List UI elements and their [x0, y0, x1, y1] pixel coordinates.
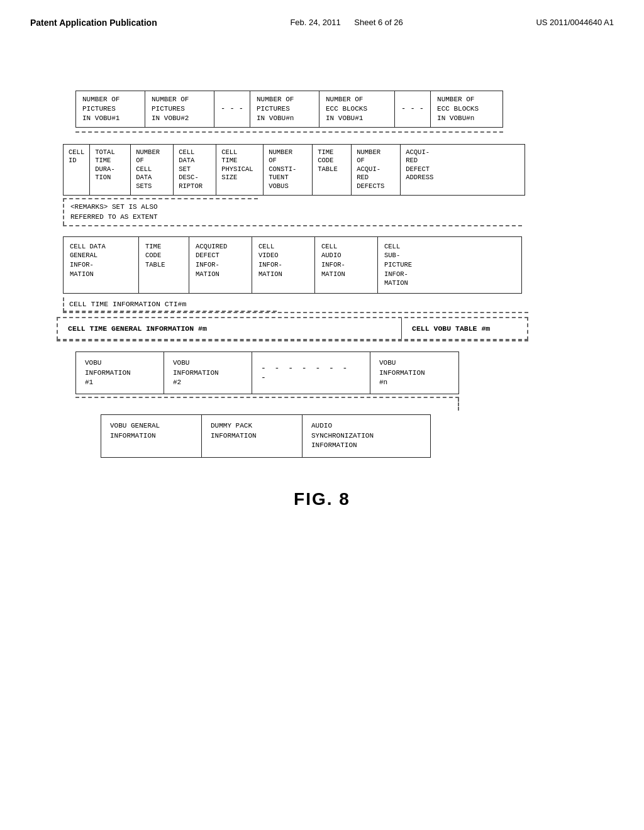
row1-dashes-1: - - - — [214, 91, 250, 127]
col-cell-data-set: CELLDATASETDESC-RIPTOR — [174, 145, 216, 195]
col-cell-id: CELLID — [64, 145, 90, 195]
dashed-line-2 — [63, 225, 522, 226]
vobu-audio-sync: AUDIOSYNCHRONIZATIONINFORMATION — [303, 415, 403, 456]
col-number-acqui: NUMBEROFACQUI-REDDEFECTS — [352, 145, 401, 195]
vobu-general-section: VOBU GENERALINFORMATION DUMMY PACKINFORM… — [101, 414, 431, 457]
dashed-line-4 — [57, 340, 528, 341]
dashed-line-3 — [63, 312, 528, 313]
main-data-table: CELLID TOTALTIMEDURA-TION NUMBEROFCELLDA… — [63, 144, 525, 196]
page-header: Patent Application Publication Feb. 24, … — [0, 0, 644, 28]
cvt-label: CELL VOBU TABLE #m — [401, 318, 527, 339]
main-data-table-wrapper: CELLID TOTALTIMEDURA-TION NUMBEROFCELLDA… — [63, 144, 606, 196]
publication-date: Feb. 24, 2011 Sheet 6 of 26 — [290, 18, 402, 27]
vobu-section: VOBUINFORMATION#1 VOBUINFORMATION#2 - - … — [75, 351, 459, 394]
cell-col-acquired-defect: ACQUIREDDEFECTINFOR-MATION — [189, 237, 252, 293]
col-total-time: TOTALTIMEDURA-TION — [90, 145, 131, 195]
row1-cell-1: NUMBER OFPICTURESIN VOBU#1 — [76, 91, 145, 127]
col-number-consti: NUMBEROFCONSTI-TUENTVOBUS — [264, 145, 313, 195]
cell-col-general: CELL DATAGENERALINFOR-MATION — [64, 237, 139, 293]
row1-cell-3: NUMBER OFPICTURESIN VOBU#n — [250, 91, 319, 127]
cell-col-audio: CELLAUDIOINFOR-MATION — [315, 237, 378, 293]
cell-col-time-code: TIMECODETABLE — [139, 237, 189, 293]
dashed-line-1 — [75, 131, 503, 133]
remarks-box: <REMARKS> SET IS ALSO REFERRED TO AS EXT… — [63, 198, 258, 225]
row1-cell-2: NUMBER OFPICTURESIN VOBU#2 — [145, 91, 214, 127]
diagram-container: NUMBER OFPICTURESIN VOBU#1 NUMBER OFPICT… — [0, 28, 644, 509]
vobu-cell-2: VOBUINFORMATION#2 — [164, 352, 252, 394]
cell-col-video: CELLVIDEOINFOR-MATION — [252, 237, 315, 293]
ctig-label: CELL TIME GENERAL INFORMATION #m — [58, 318, 401, 339]
cti-label: CELL TIME INFORMATION CTI#m — [63, 297, 277, 312]
row1-cell-4: NUMBER OFECC BLOCKSIN VOBU#1 — [319, 91, 395, 127]
patent-number: US 2011/0044640 A1 — [536, 18, 614, 27]
publication-label: Patent Application Publication — [30, 18, 157, 28]
vobu-dashes: - - - - - - - - — [252, 352, 370, 394]
col-time-code-table: TIMECODETABLE — [313, 145, 352, 195]
cell-data-table: CELL DATAGENERALINFOR-MATION TIMECODETAB… — [63, 236, 522, 294]
ctig-row: CELL TIME GENERAL INFORMATION #m CELL VO… — [57, 317, 528, 340]
cell-data-section-wrapper: CELL DATAGENERALINFOR-MATION TIMECODETAB… — [63, 236, 606, 294]
col-number-of-cell: NUMBEROFCELLDATASETS — [131, 145, 174, 195]
row1-cell-5: NUMBER OFECC BLOCKSIN VOBU#n — [431, 91, 500, 127]
vobu-cell-n: VOBUINFORMATION#n — [370, 352, 458, 394]
figure-caption: FIG. 8 — [38, 489, 606, 509]
vobu-general-info: VOBU GENERALINFORMATION — [101, 415, 202, 456]
col-cell-time-physical: CELLTIMEPHYSICALSIZE — [216, 145, 264, 195]
row1-dashes-2: - - - — [395, 91, 431, 127]
row1-table: NUMBER OFPICTURESIN VOBU#1 NUMBER OFPICT… — [75, 91, 503, 128]
col-acqui-red-defect: ACQUI-REDDEFECTADDRESS — [401, 145, 448, 195]
vobu-dummy-pack: DUMMY PACKINFORMATION — [202, 415, 303, 456]
cell-col-subpicture: CELLSUB-PICTUREINFOR-MATION — [378, 237, 447, 293]
vobu-cell-1: VOBUINFORMATION#1 — [76, 352, 164, 394]
dashed-right-5 — [75, 398, 459, 411]
